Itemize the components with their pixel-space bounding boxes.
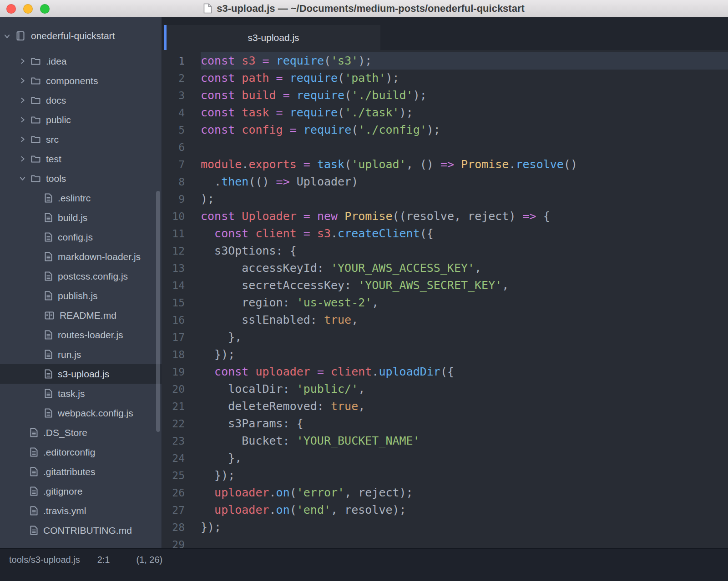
line-number[interactable]: 16 — [162, 311, 185, 329]
line-number[interactable]: 27 — [162, 501, 185, 519]
code-line-4[interactable]: 4const task = require('./task'); — [162, 104, 728, 121]
code-editor[interactable]: 1const s3 = require('s3');2const path = … — [162, 50, 728, 548]
code-line-24[interactable]: 24 }, — [162, 450, 728, 467]
tree-item-src[interactable]: src — [0, 130, 162, 149]
tree-item-test[interactable]: test — [0, 149, 162, 169]
tree-item-tools[interactable]: tools — [0, 169, 162, 188]
line-number[interactable]: 22 — [162, 415, 185, 432]
code-line-9[interactable]: 9); — [162, 190, 728, 208]
code-line-15[interactable]: 15 region: 'us-west-2', — [162, 294, 728, 311]
line-number[interactable]: 14 — [162, 277, 185, 294]
tree-item-readme.md[interactable]: README.md — [0, 306, 162, 325]
line-number[interactable]: 8 — [162, 173, 185, 190]
status-cursor-position[interactable]: 2:1 — [97, 555, 110, 565]
line-number[interactable]: 7 — [162, 156, 185, 173]
tab-s3-upload-js[interactable]: s3-upload.js — [167, 25, 380, 50]
line-number[interactable]: 5 — [162, 121, 185, 139]
tree-item-.gitattributes[interactable]: .gitattributes — [0, 462, 162, 481]
line-number[interactable]: 29 — [162, 536, 185, 548]
tree-item-.editorconfig[interactable]: .editorconfig — [0, 442, 162, 462]
line-number[interactable]: 4 — [162, 104, 185, 121]
line-number[interactable]: 18 — [162, 346, 185, 363]
tree-item-docs[interactable]: docs — [0, 90, 162, 110]
code-line-21[interactable]: 21 deleteRemoved: true, — [162, 398, 728, 415]
code-line-2[interactable]: 2const path = require('path'); — [162, 70, 728, 87]
status-file-path[interactable]: tools/s3-upload.js — [9, 555, 80, 565]
fullscreen-button[interactable] — [40, 4, 50, 14]
tree-item-postcss.config.js[interactable]: postcss.config.js — [0, 266, 162, 286]
tree-item-config.js[interactable]: config.js — [0, 227, 162, 247]
code-line-22[interactable]: 22 s3Params: { — [162, 415, 728, 432]
code-line-11[interactable]: 11 const client = s3.createClient({ — [162, 225, 728, 242]
tree-item-.idea[interactable]: .idea — [0, 51, 162, 71]
line-number[interactable]: 24 — [162, 450, 185, 467]
code-line-23[interactable]: 23 Bucket: 'YOUR_BUCKET_NAME' — [162, 432, 728, 450]
tree-item-s3-upload.js[interactable]: s3-upload.js — [0, 364, 162, 384]
tree-item-.gitignore[interactable]: .gitignore — [0, 481, 162, 501]
line-number[interactable]: 17 — [162, 329, 185, 346]
code-line-26[interactable]: 26 uploader.on('error', reject); — [162, 484, 728, 501]
line-number[interactable]: 11 — [162, 225, 185, 242]
chevron-right-icon[interactable] — [19, 155, 31, 162]
tree-item-webpack.config.js[interactable]: webpack.config.js — [0, 403, 162, 423]
tree-item-markdown-loader.js[interactable]: markdown-loader.js — [0, 247, 162, 266]
line-number[interactable]: 3 — [162, 87, 185, 104]
line-number[interactable]: 26 — [162, 484, 185, 501]
line-number[interactable]: 28 — [162, 519, 185, 536]
tree-item-publish.js[interactable]: publish.js — [0, 286, 162, 306]
chevron-right-icon[interactable] — [19, 116, 31, 123]
tree-item-.travis.yml[interactable]: .travis.yml — [0, 501, 162, 521]
tree-item-onederful-quickstart[interactable]: onederful-quickstart — [0, 25, 162, 46]
code-line-6[interactable]: 6 — [162, 139, 728, 156]
chevron-right-icon[interactable] — [19, 136, 31, 143]
code-line-19[interactable]: 19 const uploader = client.uploadDir({ — [162, 363, 728, 381]
code-line-29[interactable]: 29 — [162, 536, 728, 548]
code-line-13[interactable]: 13 accessKeyId: 'YOUR_AWS_ACCESS_KEY', — [162, 260, 728, 277]
code-line-16[interactable]: 16 sslEnabled: true, — [162, 311, 728, 329]
code-line-1[interactable]: 1const s3 = require('s3'); — [162, 52, 728, 70]
chevron-right-icon[interactable] — [19, 97, 31, 104]
line-number[interactable]: 9 — [162, 190, 185, 208]
tree-item-.ds-store[interactable]: .DS_Store — [0, 423, 162, 442]
code-line-18[interactable]: 18 }); — [162, 346, 728, 363]
line-number[interactable]: 13 — [162, 260, 185, 277]
line-number[interactable]: 23 — [162, 432, 185, 450]
code-line-17[interactable]: 17 }, — [162, 329, 728, 346]
tree-item-build.js[interactable]: build.js — [0, 208, 162, 227]
chevron-right-icon[interactable] — [19, 58, 31, 65]
line-number[interactable]: 12 — [162, 242, 185, 260]
line-number[interactable]: 6 — [162, 139, 185, 156]
sidebar-scrollbar[interactable] — [156, 191, 160, 432]
line-number[interactable]: 2 — [162, 70, 185, 87]
tree-item-.eslintrc[interactable]: .eslintrc — [0, 188, 162, 208]
minimize-button[interactable] — [23, 4, 33, 14]
line-number[interactable]: 21 — [162, 398, 185, 415]
line-number[interactable]: 20 — [162, 381, 185, 398]
chevron-down-icon[interactable] — [4, 33, 15, 40]
code-line-12[interactable]: 12 s3Options: { — [162, 242, 728, 260]
code-line-25[interactable]: 25 }); — [162, 467, 728, 484]
code-line-27[interactable]: 27 uploader.on('end', resolve); — [162, 501, 728, 519]
line-number[interactable]: 15 — [162, 294, 185, 311]
close-button[interactable] — [6, 4, 16, 14]
code-line-10[interactable]: 10const Uploader = new Promise((resolve,… — [162, 208, 728, 225]
code-line-14[interactable]: 14 secretAccessKey: 'YOUR_AWS_SECRET_KEY… — [162, 277, 728, 294]
code-line-7[interactable]: 7module.exports = task('upload', () => P… — [162, 156, 728, 173]
tree-item-routes-loader.js[interactable]: routes-loader.js — [0, 325, 162, 345]
tree-item-public[interactable]: public — [0, 110, 162, 130]
code-line-20[interactable]: 20 localDir: 'public/', — [162, 381, 728, 398]
code-line-8[interactable]: 8 .then(() => Uploader) — [162, 173, 728, 190]
chevron-down-icon[interactable] — [19, 175, 31, 182]
chevron-right-icon[interactable] — [19, 77, 31, 84]
line-number[interactable]: 25 — [162, 467, 185, 484]
code-line-5[interactable]: 5const config = require('./config'); — [162, 121, 728, 139]
tree-item-task.js[interactable]: task.js — [0, 384, 162, 403]
tree-item-run.js[interactable]: run.js — [0, 345, 162, 364]
line-number[interactable]: 19 — [162, 363, 185, 381]
line-number[interactable]: 10 — [162, 208, 185, 225]
line-number[interactable]: 1 — [162, 52, 185, 70]
code-line-3[interactable]: 3const build = require('./build'); — [162, 87, 728, 104]
tree-item-components[interactable]: components — [0, 71, 162, 90]
code-line-28[interactable]: 28}); — [162, 519, 728, 536]
tree-item-contributing.md[interactable]: CONTRIBUTING.md — [0, 521, 162, 540]
